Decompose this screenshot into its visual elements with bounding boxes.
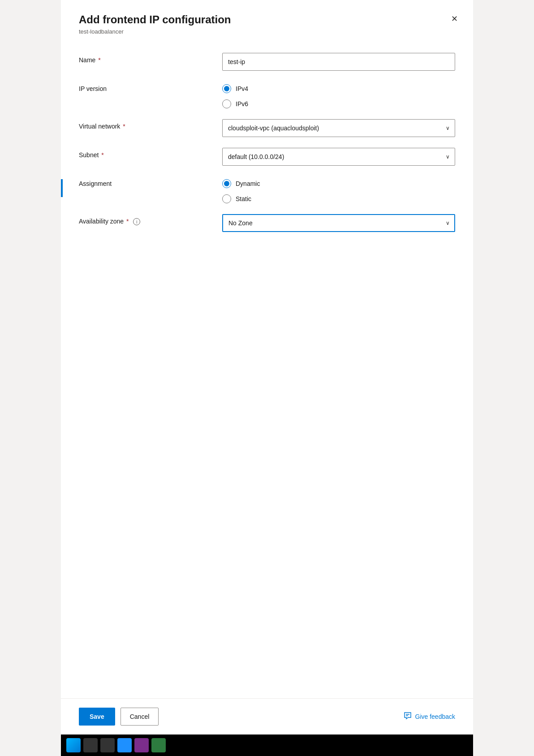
name-input[interactable] [222, 53, 455, 71]
virtual-network-control: cloudsploit-vpc (aquacloudsploit) ∨ [222, 119, 455, 137]
left-accent-border [61, 179, 63, 197]
availability-zone-select[interactable]: No Zone Zone 1 Zone 2 Zone 3 [222, 214, 455, 232]
virtual-network-select[interactable]: cloudsploit-vpc (aquacloudsploit) [222, 119, 455, 137]
assignment-radio-group: Dynamic Static [222, 176, 455, 203]
ip-version-radio-group: IPv4 IPv6 [222, 82, 455, 108]
assignment-control: Dynamic Static [222, 176, 455, 203]
assignment-label: Assignment [79, 176, 222, 187]
feedback-label: Give feedback [415, 713, 456, 720]
feedback-link[interactable]: Give feedback [404, 712, 456, 722]
taskbar-taskview-icon[interactable] [100, 738, 115, 752]
ipv6-radio[interactable] [222, 99, 231, 108]
availability-zone-control: No Zone Zone 1 Zone 2 Zone 3 ∨ [222, 214, 455, 232]
ip-version-label: IP version [79, 82, 222, 92]
save-button[interactable]: Save [79, 708, 115, 726]
availability-zone-info-icon[interactable]: i [133, 218, 140, 225]
ip-version-row: IP version IPv4 IPv6 [79, 82, 455, 108]
availability-zone-select-wrapper: No Zone Zone 1 Zone 2 Zone 3 ∨ [222, 214, 455, 232]
assignment-row: Assignment Dynamic Static [79, 176, 455, 203]
panel: Add frontend IP configuration test-loadb… [61, 0, 473, 756]
panel-body: Name * IP version IPv4 IPv6 [61, 42, 473, 698]
close-button[interactable]: ✕ [446, 11, 462, 27]
static-label: Static [236, 195, 251, 202]
virtual-network-label: Virtual network * [79, 119, 222, 130]
taskbar-start-icon[interactable] [66, 738, 81, 752]
virtual-network-row: Virtual network * cloudsploit-vpc (aquac… [79, 119, 455, 137]
ipv4-option[interactable]: IPv4 [222, 84, 455, 93]
name-row: Name * [79, 53, 455, 71]
static-radio[interactable] [222, 194, 231, 203]
name-required-indicator: * [96, 56, 100, 64]
subnet-select[interactable]: default (10.0.0.0/24) [222, 148, 455, 166]
subnet-row: Subnet * default (10.0.0.0/24) ∨ [79, 148, 455, 166]
taskbar-app3-icon[interactable] [151, 738, 166, 752]
panel-header: Add frontend IP configuration test-loadb… [61, 0, 473, 42]
panel-title: Add frontend IP configuration [79, 13, 459, 26]
availability-zone-required-indicator: * [125, 218, 129, 225]
subnet-control: default (10.0.0.0/24) ∨ [222, 148, 455, 166]
ipv6-label: IPv6 [236, 100, 248, 107]
subnet-select-wrapper: default (10.0.0.0/24) ∨ [222, 148, 455, 166]
virtual-network-select-wrapper: cloudsploit-vpc (aquacloudsploit) ∨ [222, 119, 455, 137]
name-control [222, 53, 455, 71]
virtual-network-required-indicator: * [121, 123, 125, 130]
taskbar-app1-icon[interactable] [117, 738, 132, 752]
availability-zone-label: Availability zone * i [79, 214, 222, 225]
panel-subtitle: test-loadbalancer [79, 28, 459, 35]
taskbar [61, 735, 473, 756]
feedback-icon [404, 712, 412, 722]
ipv6-option[interactable]: IPv6 [222, 99, 455, 108]
dynamic-radio[interactable] [222, 179, 231, 188]
dynamic-option[interactable]: Dynamic [222, 179, 455, 188]
static-option[interactable]: Static [222, 194, 455, 203]
close-icon: ✕ [451, 14, 458, 24]
ipv4-label: IPv4 [236, 85, 248, 92]
taskbar-icons [66, 738, 166, 752]
ip-version-control: IPv4 IPv6 [222, 82, 455, 108]
taskbar-app2-icon[interactable] [134, 738, 149, 752]
cancel-button[interactable]: Cancel [121, 708, 159, 726]
name-label: Name * [79, 53, 222, 64]
ipv4-radio[interactable] [222, 84, 231, 93]
dynamic-label: Dynamic [236, 180, 260, 187]
footer-actions: Save Cancel [79, 708, 159, 726]
availability-zone-row: Availability zone * i No Zone Zone 1 Zon… [79, 214, 455, 232]
taskbar-search-icon[interactable] [83, 738, 98, 752]
subnet-required-indicator: * [99, 151, 103, 159]
panel-footer: Save Cancel Give feedback [61, 698, 473, 735]
subnet-label: Subnet * [79, 148, 222, 159]
